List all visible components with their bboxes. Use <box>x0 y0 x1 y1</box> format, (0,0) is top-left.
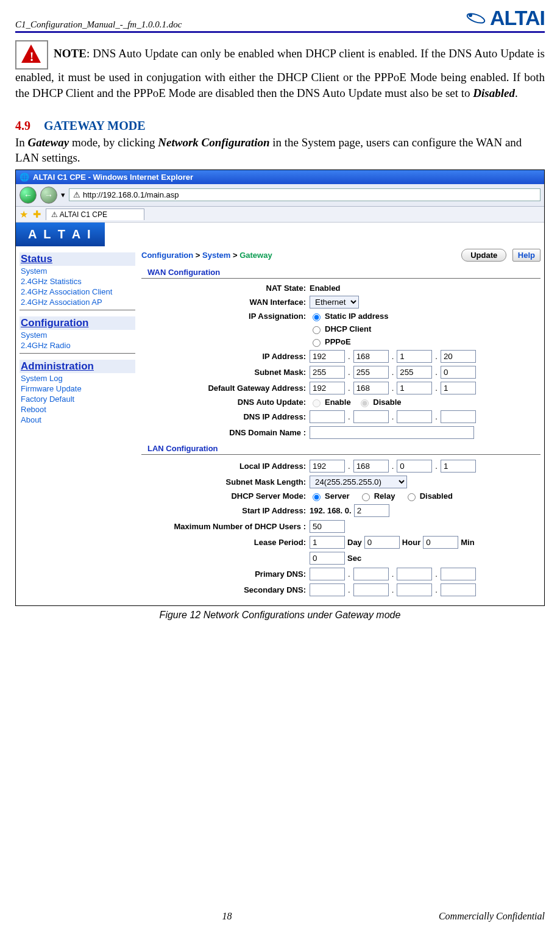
dns-ip-oct3[interactable] <box>397 410 432 423</box>
sidebar-item-cfg-radio[interactable]: 2.4GHz Radio <box>19 340 135 351</box>
sidebar-item-cfg-system[interactable]: System <box>19 330 135 340</box>
start-ip-label: Start IP Address: <box>141 506 310 515</box>
wan-mask-label: Subnet Mask: <box>141 368 310 377</box>
lease-day-input[interactable] <box>310 536 345 549</box>
nat-state-label: NAT State: <box>141 284 310 293</box>
dns-ip-oct4[interactable] <box>441 410 476 423</box>
sidebar-item-24ghz-assoc-ap[interactable]: 2.4GHz Association AP <box>19 297 135 307</box>
sidebar-head-status[interactable]: Status <box>19 252 135 266</box>
tab-warn-icon: ⚠ <box>51 210 58 219</box>
sidebar-item-factory[interactable]: Factory Default <box>19 394 135 404</box>
wan-gw-oct1[interactable] <box>310 382 345 394</box>
ie-titlebar: 🌐 ALTAI C1 CPE - Windows Internet Explor… <box>16 170 544 184</box>
wan-gw-oct4[interactable] <box>441 382 476 394</box>
svg-point-0 <box>466 12 486 25</box>
address-bar[interactable]: ⚠ http://192.168.0.1/main.asp <box>69 188 541 201</box>
pdns-oct2[interactable] <box>353 568 389 580</box>
wan-mask-oct4[interactable] <box>441 366 476 379</box>
lan-ip-oct3[interactable] <box>397 460 432 473</box>
wan-mask-oct1[interactable] <box>310 366 345 379</box>
sdns-label: Secondary DNS: <box>141 585 310 594</box>
sdns-oct2[interactable] <box>353 583 389 596</box>
forward-button[interactable]: → <box>40 187 57 204</box>
radio-dhcp-client[interactable] <box>313 326 321 334</box>
lan-section-header: LAN Configuration <box>141 443 541 455</box>
pdns-oct1[interactable] <box>310 568 345 580</box>
pdns-oct4[interactable] <box>441 568 476 580</box>
ip-assignation-label: IP Assignation: <box>141 312 310 321</box>
brand-logo: ALTAI <box>466 6 545 30</box>
wan-gw-label: Default Gateway Address: <box>141 383 310 393</box>
wan-ip-oct1[interactable] <box>310 350 345 363</box>
page-number: 18 <box>15 911 439 922</box>
favorites-star-icon[interactable]: ★ <box>19 209 28 220</box>
sidebar-head-admin[interactable]: Administration <box>19 360 135 373</box>
radio-dns-disable[interactable] <box>361 399 369 407</box>
dns-domain-label: DNS Domain Name : <box>141 428 310 437</box>
browser-tab[interactable]: ⚠ ALTAI C1 CPE <box>46 209 144 220</box>
breadcrumb: Configuration > System > Gateway <box>141 251 272 260</box>
ie-e-icon: 🌐 <box>19 173 29 182</box>
radio-mode-relay[interactable] <box>362 493 370 501</box>
lan-ip-oct4[interactable] <box>441 460 476 473</box>
dropdown-icon[interactable]: ▾ <box>61 190 65 199</box>
radio-static-ip[interactable] <box>313 313 321 321</box>
subnet-len-select[interactable]: 24(255.255.255.0) <box>310 476 407 488</box>
wan-ip-oct2[interactable] <box>353 350 389 363</box>
dns-auto-label: DNS Auto Update: <box>141 398 310 407</box>
sdns-oct1[interactable] <box>310 583 345 596</box>
ie-favorites-bar: ★ ✚ ⚠ ALTAI C1 CPE <box>16 207 544 223</box>
altai-orbit-icon <box>466 8 486 29</box>
dhcp-mode-label: DHCP Server Mode: <box>141 491 310 501</box>
sidebar-item-reboot[interactable]: Reboot <box>19 404 135 415</box>
pdns-oct3[interactable] <box>397 568 432 580</box>
sidebar-item-24ghz-assoc-client[interactable]: 2.4GHz Association Client <box>19 287 135 297</box>
wan-gw-oct2[interactable] <box>353 382 389 394</box>
note-paragraph: NOTE: DNS Auto Update can only be enable… <box>15 40 545 101</box>
max-users-input[interactable] <box>310 520 345 533</box>
sdns-oct3[interactable] <box>397 583 432 596</box>
radio-dns-enable[interactable] <box>313 399 321 407</box>
sidebar-item-24ghz-stats[interactable]: 2.4GHz Statistics <box>19 276 135 287</box>
wan-mask-oct2[interactable] <box>353 366 389 379</box>
pdns-label: Primary DNS: <box>141 569 310 579</box>
lease-hour-input[interactable] <box>364 536 400 549</box>
svg-point-1 <box>469 13 472 17</box>
radio-mode-server[interactable] <box>313 493 321 501</box>
sidebar-item-fwupdate[interactable]: Firmware Update <box>19 383 135 394</box>
wan-interface-label: WAN Interface: <box>141 298 310 307</box>
sidebar: Status System 2.4GHz Statistics 2.4GHz A… <box>16 246 138 605</box>
add-favorite-icon[interactable]: ✚ <box>33 209 41 220</box>
dns-ip-oct1[interactable] <box>310 410 345 423</box>
ie-toolbar: ← → ▾ ⚠ http://192.168.0.1/main.asp <box>16 184 544 207</box>
lan-ip-label: Local IP Address: <box>141 462 310 471</box>
confidentiality-label: Commercially Confidential <box>439 911 545 922</box>
wan-ip-oct4[interactable] <box>441 350 476 363</box>
radio-pppoe[interactable] <box>313 339 321 347</box>
max-users-label: Maximum Number of DHCP Users : <box>141 522 310 531</box>
lan-ip-oct2[interactable] <box>353 460 389 473</box>
lease-sec-input[interactable] <box>310 552 345 565</box>
lan-ip-oct1[interactable] <box>310 460 345 473</box>
sidebar-head-config[interactable]: Configuration <box>19 316 135 330</box>
wan-interface-select[interactable]: Ethernet <box>310 296 359 309</box>
dns-ip-oct2[interactable] <box>353 410 389 423</box>
sidebar-item-system[interactable]: System <box>19 266 135 276</box>
help-button[interactable]: Help <box>512 249 541 262</box>
wan-gw-oct3[interactable] <box>397 382 432 394</box>
radio-mode-disabled[interactable] <box>408 493 416 501</box>
sidebar-item-syslog[interactable]: System Log <box>19 373 135 383</box>
dns-domain-input[interactable] <box>310 426 474 439</box>
wan-ip-oct3[interactable] <box>397 350 432 363</box>
wan-mask-oct3[interactable] <box>397 366 432 379</box>
back-button[interactable]: ← <box>19 187 37 204</box>
lease-min-input[interactable] <box>423 536 458 549</box>
subnet-len-label: Subnet Mask Length: <box>141 477 310 487</box>
figure-caption: Figure 12 Network Configurations under G… <box>15 610 545 621</box>
section-description: In Gateway mode, by clicking Network Con… <box>15 135 545 165</box>
start-ip-input[interactable] <box>354 504 389 517</box>
update-button[interactable]: Update <box>461 249 506 262</box>
screenshot-container: 🌐 ALTAI C1 CPE - Windows Internet Explor… <box>15 169 545 606</box>
sidebar-item-about[interactable]: About <box>19 415 135 425</box>
sdns-oct4[interactable] <box>441 583 476 596</box>
